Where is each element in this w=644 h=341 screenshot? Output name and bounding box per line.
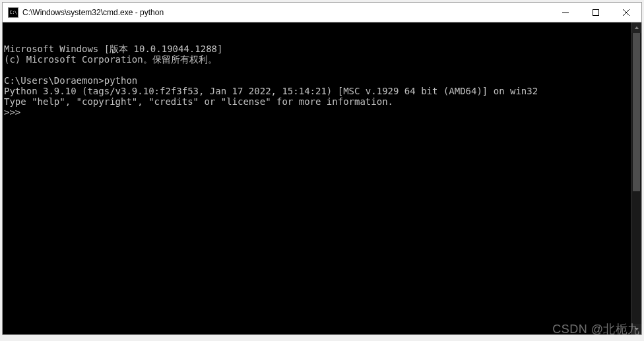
terminal-output: Microsoft Windows [版本 10.0.19044.1288](c… (4, 44, 640, 117)
terminal-line: C:\Users\Doraemon>python (4, 75, 640, 86)
svg-marker-4 (635, 26, 639, 29)
chevron-up-icon (634, 25, 639, 30)
terminal-line: (c) Microsoft Corporation。保留所有权利。 (4, 54, 640, 65)
terminal-line: >>> (4, 107, 640, 117)
chevron-down-icon (634, 326, 639, 332)
scroll-down-button[interactable] (631, 324, 641, 334)
scroll-up-button[interactable] (631, 22, 641, 33)
svg-marker-5 (635, 328, 639, 330)
terminal-line: Type "help", "copyright", "credits" or "… (4, 96, 640, 107)
minimize-button[interactable] (550, 3, 581, 22)
cmd-window: C:\ C:\Windows\system32\cmd.exe - python… (2, 2, 642, 335)
svg-rect-1 (593, 9, 599, 15)
close-button[interactable] (611, 3, 641, 22)
close-icon (623, 9, 629, 16)
terminal-line: Python 3.9.10 (tags/v3.9.10:f2f3f53, Jan… (4, 86, 640, 96)
window-controls (550, 3, 641, 22)
maximize-button[interactable] (581, 3, 611, 22)
cmd-icon: C:\ (8, 7, 18, 18)
terminal-area[interactable]: Microsoft Windows [版本 10.0.19044.1288](c… (3, 22, 641, 334)
terminal-line (4, 65, 640, 75)
maximize-icon (593, 9, 599, 16)
scrollbar[interactable] (631, 22, 641, 334)
scrollbar-thumb[interactable] (633, 33, 640, 191)
titlebar[interactable]: C:\ C:\Windows\system32\cmd.exe - python (3, 3, 641, 22)
minimize-icon (562, 9, 569, 16)
terminal-line: Microsoft Windows [版本 10.0.19044.1288] (4, 44, 640, 54)
window-title: C:\Windows\system32\cmd.exe - python (22, 8, 550, 17)
